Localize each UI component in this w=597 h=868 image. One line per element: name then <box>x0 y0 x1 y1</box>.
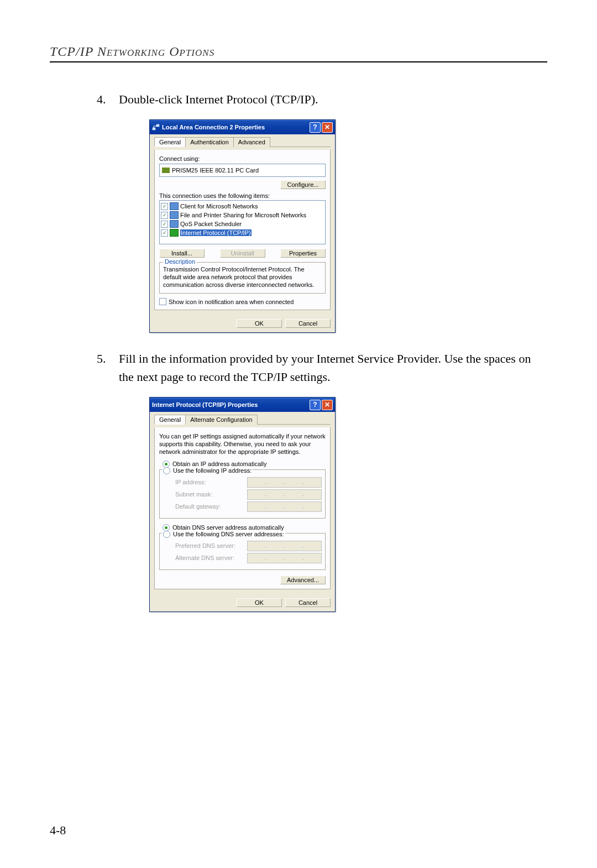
description-legend: Description <box>163 258 197 265</box>
ok-button[interactable]: OK <box>237 598 282 607</box>
items-label: This connection uses the following items… <box>159 192 326 199</box>
show-icon-checkbox-row[interactable]: ✓ Show icon in notification area when co… <box>159 298 326 305</box>
ok-button[interactable]: OK <box>237 319 282 328</box>
network-icon <box>152 123 160 131</box>
radio-icon[interactable] <box>163 467 170 474</box>
client-icon <box>170 202 179 210</box>
tab-general[interactable]: General <box>154 415 186 425</box>
close-button[interactable]: ✕ <box>322 122 333 133</box>
alternate-dns-label: Alternate DNS server: <box>175 555 247 561</box>
dialog-title: Local Area Connection 2 Properties <box>162 124 265 130</box>
page-header: TCP/IP Networking Options <box>50 44 547 62</box>
list-item[interactable]: ✓ Client for Microsoft Networks <box>161 202 324 211</box>
gateway-field: ... <box>247 501 322 512</box>
list-item[interactable]: ✓ QoS Packet Scheduler <box>161 219 324 228</box>
install-button[interactable]: Install... <box>159 249 205 258</box>
intro-text: You can get IP settings assigned automat… <box>159 433 326 456</box>
preferred-dns-field: ... <box>247 541 322 551</box>
properties-button[interactable]: Properties <box>280 249 326 258</box>
gateway-label: Default gateway: <box>175 503 247 510</box>
checkbox-icon[interactable]: ✓ <box>159 298 166 305</box>
description-group: Description Transmission Control Protoco… <box>159 262 326 294</box>
radio-use-dns[interactable]: Use the following DNS server addresses: <box>162 531 285 538</box>
connection-properties-dialog: Local Area Connection 2 Properties ? ✕ G… <box>149 119 336 333</box>
page-number: 4-8 <box>50 823 66 838</box>
tab-general[interactable]: General <box>154 137 186 147</box>
advanced-button[interactable]: Advanced... <box>280 576 326 584</box>
preferred-dns-label: Preferred DNS server: <box>175 542 247 549</box>
protocol-icon <box>170 229 179 237</box>
help-button[interactable]: ? <box>310 122 321 133</box>
configure-button[interactable]: Configure... <box>280 180 326 189</box>
ip-address-label: IP address: <box>175 479 247 485</box>
ip-address-field: ... <box>247 477 322 488</box>
step-4-number: 4. <box>97 90 119 108</box>
step-5-text: Fill in the information provided by your… <box>119 349 547 386</box>
step-4-text: Double-click Internet Protocol (TCP/IP). <box>119 90 547 108</box>
list-item-selected[interactable]: ✓ Internet Protocol (TCP/IP) <box>161 228 324 237</box>
step-5-number: 5. <box>97 349 119 386</box>
titlebar: Internet Protocol (TCP/IP) Properties ? … <box>150 398 335 412</box>
help-button[interactable]: ? <box>310 400 321 410</box>
nic-icon <box>162 168 170 173</box>
description-text: Transmission Control Protocol/Internet P… <box>163 266 322 289</box>
tab-advanced[interactable]: Advanced <box>233 137 270 147</box>
checkbox-icon[interactable]: ✓ <box>161 221 168 228</box>
subnet-mask-label: Subnet mask: <box>175 491 247 498</box>
checkbox-icon[interactable]: ✓ <box>161 229 168 237</box>
service-icon <box>170 211 179 219</box>
uninstall-button: Uninstall <box>220 249 265 258</box>
tcpip-properties-dialog: Internet Protocol (TCP/IP) Properties ? … <box>149 397 336 611</box>
step-5: 5. Fill in the information provided by y… <box>97 349 547 386</box>
alternate-dns-field: ... <box>247 553 322 563</box>
cancel-button[interactable]: Cancel <box>285 319 331 328</box>
show-icon-label: Show icon in notification area when conn… <box>169 299 294 305</box>
titlebar: Local Area Connection 2 Properties ? ✕ <box>150 120 335 134</box>
svg-rect-0 <box>153 128 155 130</box>
list-item[interactable]: ✓ File and Printer Sharing for Microsoft… <box>161 211 324 219</box>
connect-using-label: Connect using: <box>159 155 326 162</box>
tab-alternate[interactable]: Alternate Configuration <box>185 415 258 425</box>
tab-authentication[interactable]: Authentication <box>185 137 234 147</box>
adapter-name: PRISM25 IEEE 802.11 PC Card <box>172 167 259 174</box>
items-listbox[interactable]: ✓ Client for Microsoft Networks ✓ File a… <box>159 200 326 244</box>
adapter-field: PRISM25 IEEE 802.11 PC Card <box>159 164 326 177</box>
service-icon <box>170 220 179 228</box>
step-4: 4. Double-click Internet Protocol (TCP/I… <box>97 90 547 108</box>
tab-strip: General Alternate Configuration <box>154 414 331 425</box>
checkbox-icon[interactable]: ✓ <box>161 212 168 219</box>
radio-use-ip[interactable]: Use the following IP address: <box>162 467 253 474</box>
close-button[interactable]: ✕ <box>322 400 333 410</box>
dialog-title: Internet Protocol (TCP/IP) Properties <box>152 401 258 408</box>
radio-icon[interactable] <box>163 531 170 538</box>
checkbox-icon[interactable]: ✓ <box>161 203 168 210</box>
cancel-button[interactable]: Cancel <box>285 598 331 607</box>
subnet-mask-field: ... <box>247 489 322 500</box>
tab-strip: General Authentication Advanced <box>154 137 331 147</box>
